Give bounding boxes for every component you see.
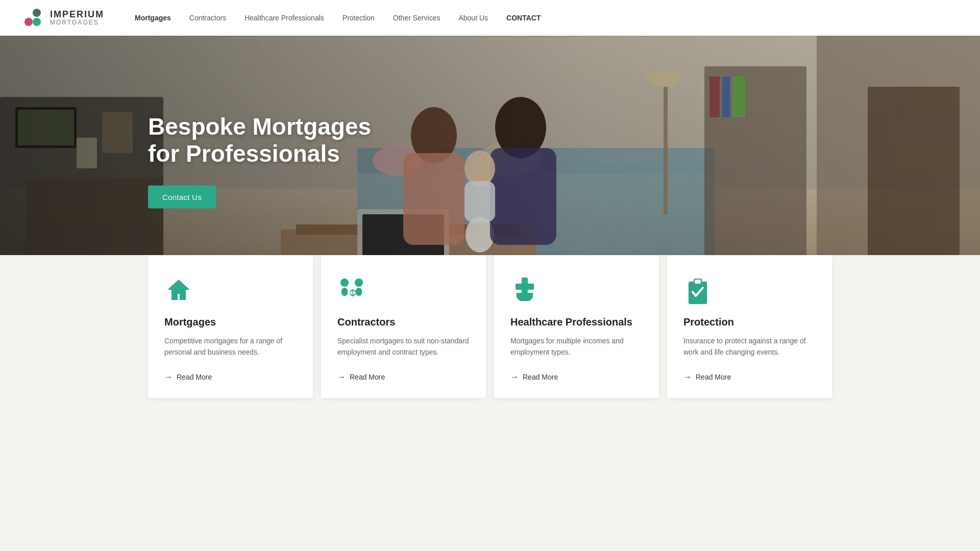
nav-healthcare[interactable]: Healthcare Professionals (244, 14, 324, 22)
hero-content: Bespoke Mortgages for Professionals Cont… (148, 113, 371, 209)
cards-grid: Mortgages Competitive mortgages for a ra… (148, 255, 832, 398)
nav-other-services[interactable]: Other Services (393, 14, 440, 22)
svg-point-36 (355, 279, 363, 287)
card-mortgages-title: Mortgages (164, 316, 297, 328)
nav-mortgages[interactable]: Mortgages (135, 14, 171, 22)
card-contractors-title: Contractors (337, 316, 470, 328)
card-contractors-desc: Specialist mortgages to suit non-standar… (337, 335, 470, 358)
card-protection-link[interactable]: → Read More (683, 372, 816, 382)
svg-rect-37 (356, 288, 362, 296)
medical-cross-icon (510, 276, 539, 304)
svg-point-0 (33, 9, 41, 17)
svg-rect-40 (516, 284, 534, 290)
card-healthcare-title: Healthcare Professionals (510, 316, 643, 328)
svg-rect-43 (695, 280, 701, 284)
card-healthcare-desc: Mortgages for multiple incomes and emplo… (510, 335, 643, 358)
main-nav: Mortgages Contractors Healthcare Profess… (135, 14, 541, 22)
card-healthcare: Healthcare Professionals Mortgages for m… (494, 255, 659, 398)
nav-protection[interactable]: Protection (342, 14, 375, 22)
nav-contractors[interactable]: Contractors (189, 14, 226, 22)
hero-cta-button[interactable]: Contact Us (148, 185, 216, 208)
logo[interactable]: IMPERIUM MORTGAGES (20, 6, 104, 30)
card-mortgages: Mortgages Competitive mortgages for a ra… (148, 255, 313, 398)
hero-section: Bespoke Mortgages for Professionals Cont… (0, 36, 980, 286)
card-mortgages-desc: Competitive mortgages for a range of per… (164, 335, 297, 358)
card-protection-desc: Insurance to protect against a range of … (683, 335, 816, 358)
arrow-right-icon-3: → (510, 372, 519, 382)
clipboard-check-icon (683, 276, 712, 304)
svg-point-34 (340, 279, 349, 287)
site-header: IMPERIUM MORTGAGES Mortgages Contractors… (0, 0, 980, 36)
hero-title: Bespoke Mortgages for Professionals (148, 113, 371, 167)
arrow-right-icon-4: → (683, 372, 692, 382)
logo-brand: IMPERIUM (50, 10, 104, 20)
card-contractors: Contractors Specialist mortgages to suit… (321, 255, 486, 398)
cards-section: Mortgages Competitive mortgages for a ra… (0, 255, 980, 429)
svg-rect-35 (341, 288, 348, 296)
house-icon (164, 276, 193, 304)
nav-contact[interactable]: CONTACT (506, 14, 541, 22)
card-protection-title: Protection (683, 316, 816, 328)
arrow-right-icon-2: → (337, 372, 346, 382)
card-protection: Protection Insurance to protect against … (667, 255, 832, 398)
arrow-right-icon: → (164, 372, 173, 382)
svg-point-1 (33, 18, 41, 26)
card-mortgages-link[interactable]: → Read More (164, 372, 297, 382)
card-healthcare-link[interactable]: → Read More (510, 372, 643, 382)
logo-subtitle: MORTGAGES (50, 19, 104, 26)
svg-point-2 (24, 18, 33, 26)
card-contractors-link[interactable]: → Read More (337, 372, 470, 382)
people-arrows-icon (337, 276, 366, 304)
logo-text: IMPERIUM MORTGAGES (50, 10, 104, 27)
hero-overlay (0, 36, 980, 286)
logo-icon (20, 6, 45, 30)
nav-about[interactable]: About Us (458, 14, 488, 22)
